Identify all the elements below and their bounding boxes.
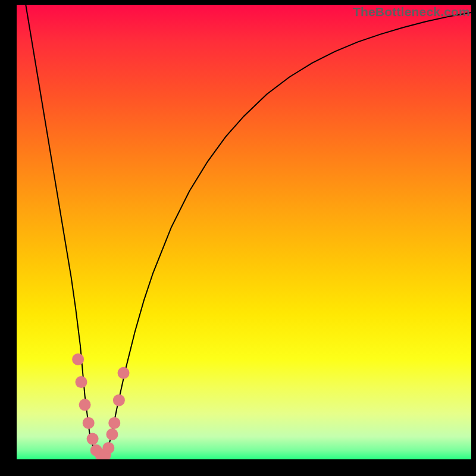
curve-overlay bbox=[17, 5, 471, 459]
marker-dot bbox=[102, 442, 114, 454]
marker-dot bbox=[108, 417, 120, 429]
chart-root: TheBottleneck.com bbox=[0, 0, 476, 476]
marker-dot bbox=[106, 428, 118, 440]
marker-dot bbox=[87, 433, 99, 445]
marker-dot bbox=[83, 417, 95, 429]
marker-dot bbox=[72, 353, 84, 365]
marker-dot bbox=[113, 394, 125, 406]
marker-dot bbox=[118, 367, 130, 379]
marker-dot bbox=[75, 376, 87, 388]
marker-points bbox=[72, 353, 129, 459]
attribution-watermark: TheBottleneck.com bbox=[353, 5, 470, 19]
bottleneck-curve bbox=[26, 5, 471, 457]
marker-dot bbox=[79, 399, 91, 411]
